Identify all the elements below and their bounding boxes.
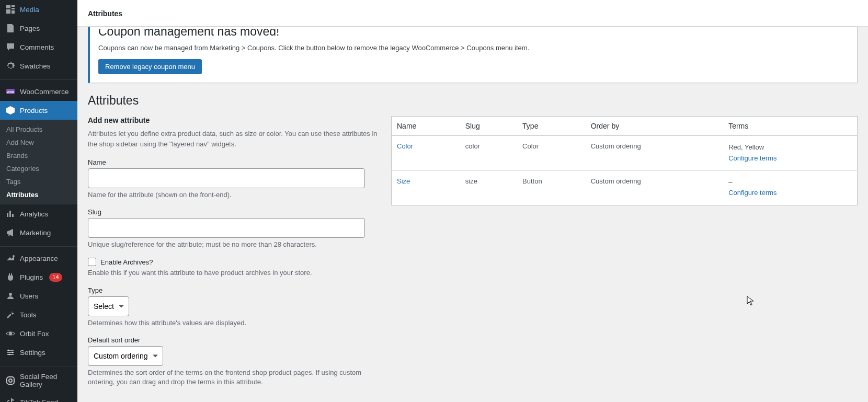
submenu-categories[interactable]: Categories bbox=[0, 162, 77, 175]
tools-icon bbox=[5, 309, 16, 320]
svg-text:woo: woo bbox=[6, 90, 14, 94]
menu-swatches[interactable]: Swatches bbox=[0, 56, 77, 75]
cell-type: Button bbox=[517, 170, 586, 205]
menu-tiktok[interactable]: TikTok Feed bbox=[0, 393, 77, 402]
notice-title: Coupon management has moved! bbox=[98, 29, 849, 41]
menu-label: WooCommerce bbox=[20, 88, 69, 96]
menu-social-feed[interactable]: Social Feed Gallery bbox=[0, 369, 77, 393]
terms-text: – bbox=[728, 178, 732, 186]
menu-settings[interactable]: Settings bbox=[0, 343, 77, 362]
notice-text: Coupons can now be managed from Marketin… bbox=[98, 44, 849, 52]
menu-pages[interactable]: Pages bbox=[0, 19, 77, 38]
menu-orbit-fox[interactable]: Orbit Fox bbox=[0, 324, 77, 343]
svg-point-2 bbox=[9, 332, 12, 335]
name-label: Name bbox=[88, 158, 381, 166]
sort-label: Default sort order bbox=[88, 336, 381, 344]
woo-icon: woo bbox=[5, 86, 16, 97]
slug-help: Unique slug/reference for the attribute;… bbox=[88, 240, 381, 249]
form-description: Attributes let you define extra product … bbox=[88, 129, 381, 149]
tiktok-icon bbox=[5, 397, 16, 402]
plugins-icon bbox=[5, 272, 16, 282]
terms-text: Red, Yellow bbox=[728, 143, 764, 151]
submenu-add-new[interactable]: Add New bbox=[0, 136, 77, 149]
menu-label: Pages bbox=[20, 25, 40, 32]
main-content: Attributes Coupon management has moved! … bbox=[77, 0, 868, 402]
users-icon bbox=[5, 291, 16, 301]
menu-tools[interactable]: Tools bbox=[0, 305, 77, 324]
comment-icon bbox=[5, 42, 16, 52]
sort-select[interactable]: Custom ordering bbox=[88, 346, 163, 366]
enable-archives-checkbox[interactable] bbox=[88, 258, 96, 266]
name-input[interactable] bbox=[88, 168, 365, 188]
menu-users[interactable]: Users bbox=[0, 286, 77, 305]
menu-label: TikTok Feed bbox=[20, 398, 58, 403]
cell-slug: size bbox=[460, 170, 517, 205]
orbit-icon bbox=[5, 328, 16, 339]
type-help: Determines how this attribute's values a… bbox=[88, 318, 381, 328]
cell-type: Color bbox=[517, 136, 586, 171]
th-slug: Slug bbox=[460, 117, 517, 136]
configure-terms-link[interactable]: Configure terms bbox=[728, 189, 776, 197]
cell-order-by: Custom ordering bbox=[586, 170, 723, 205]
submenu-all-products[interactable]: All Products bbox=[0, 123, 77, 136]
configure-terms-link[interactable]: Configure terms bbox=[728, 154, 776, 162]
type-select[interactable]: Select bbox=[88, 296, 129, 316]
th-name: Name bbox=[392, 117, 460, 136]
page-icon bbox=[5, 23, 16, 33]
menu-appearance[interactable]: Appearance bbox=[0, 249, 77, 268]
attribute-name-link[interactable]: Color bbox=[397, 142, 413, 150]
topbar-title: Attributes bbox=[88, 9, 858, 18]
attribute-name-link[interactable]: Size bbox=[397, 177, 410, 185]
menu-marketing[interactable]: Marketing bbox=[0, 223, 77, 242]
menu-label: Media bbox=[20, 6, 39, 14]
marketing-icon bbox=[5, 227, 16, 238]
menu-plugins[interactable]: Plugins 14 bbox=[0, 268, 77, 286]
notice-banner: Coupon management has moved! Coupons can… bbox=[88, 27, 858, 83]
th-terms: Terms bbox=[723, 117, 857, 136]
table-row: Size size Button Custom ordering – Confi… bbox=[392, 170, 858, 205]
menu-media[interactable]: Media bbox=[0, 0, 77, 19]
appearance-icon bbox=[5, 253, 16, 263]
menu-products[interactable]: Products bbox=[0, 101, 77, 120]
social-icon bbox=[5, 375, 16, 386]
archives-help: Enable this if you want this attribute t… bbox=[88, 268, 381, 278]
add-attribute-form: Add new attribute Attributes let you def… bbox=[88, 116, 381, 395]
settings-icon bbox=[5, 347, 16, 358]
menu-label: Comments bbox=[20, 43, 54, 51]
menu-label: Plugins bbox=[20, 273, 43, 281]
th-order-by: Order by bbox=[586, 117, 723, 136]
analytics-icon bbox=[5, 209, 16, 219]
attributes-table: Name Slug Type Order by Terms Color colo… bbox=[391, 116, 858, 205]
cell-terms: Red, Yellow Configure terms bbox=[723, 136, 857, 171]
products-submenu: All Products Add New Brands Categories T… bbox=[0, 120, 77, 204]
menu-woocommerce[interactable]: woo WooCommerce bbox=[0, 82, 77, 101]
media-icon bbox=[5, 4, 16, 15]
submenu-attributes[interactable]: Attributes bbox=[0, 188, 77, 201]
svg-point-5 bbox=[12, 352, 14, 353]
cell-order-by: Custom ordering bbox=[586, 136, 723, 171]
menu-label: Users bbox=[20, 292, 38, 300]
page-heading: Attributes bbox=[88, 94, 858, 108]
menu-label: Analytics bbox=[20, 210, 48, 218]
plugins-badge: 14 bbox=[49, 273, 62, 282]
type-label: Type bbox=[88, 286, 381, 294]
menu-analytics[interactable]: Analytics bbox=[0, 204, 77, 223]
table-row: Color color Color Custom ordering Red, Y… bbox=[392, 136, 858, 171]
attributes-table-wrap: Name Slug Type Order by Terms Color colo… bbox=[391, 116, 858, 205]
submenu-tags[interactable]: Tags bbox=[0, 175, 77, 188]
remove-legacy-coupon-button[interactable]: Remove legacy coupon menu bbox=[98, 59, 202, 74]
menu-label: Tools bbox=[20, 311, 37, 319]
menu-comments[interactable]: Comments bbox=[0, 38, 77, 56]
menu-label: Marketing bbox=[20, 229, 51, 237]
th-type: Type bbox=[517, 117, 586, 136]
submenu-brands[interactable]: Brands bbox=[0, 149, 77, 162]
menu-label: Swatches bbox=[20, 62, 51, 70]
slug-input[interactable] bbox=[88, 218, 365, 238]
menu-separator bbox=[0, 364, 77, 366]
gear-icon bbox=[5, 61, 16, 71]
menu-separator bbox=[0, 77, 77, 80]
menu-label: Products bbox=[20, 107, 48, 114]
svg-point-8 bbox=[9, 379, 12, 382]
menu-label: Settings bbox=[20, 349, 45, 357]
cell-terms: – Configure terms bbox=[723, 170, 857, 205]
